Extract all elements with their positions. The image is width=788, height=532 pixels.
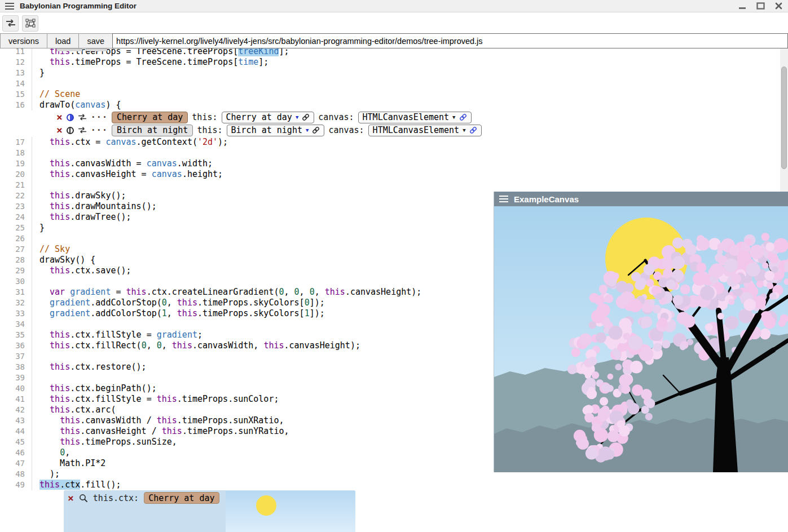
more-options-icon[interactable]: ···: [91, 125, 108, 135]
code-line[interactable]: 13}: [0, 68, 780, 78]
more-options-icon[interactable]: ···: [91, 112, 108, 122]
chevron-down-icon: ▼: [306, 128, 309, 133]
example-canvas-titlebar[interactable]: ExampleCanvas: [494, 192, 788, 206]
swap-arrows-icon[interactable]: [78, 127, 87, 134]
window-titlebar: Babylonian Programming Editor: [0, 0, 788, 12]
canvas-value-dropdown[interactable]: HTMLCanvasElement ▼: [358, 112, 472, 123]
code-line[interactable]: 12 this.timeProps = TreeScene.timeProps[…: [0, 57, 780, 68]
toolbar: [0, 13, 788, 33]
line-number: 17: [0, 137, 25, 148]
probe-expression: this.ctx:: [93, 493, 139, 503]
maximize-button[interactable]: [756, 2, 765, 10]
probe-canvas-preview: [226, 491, 355, 532]
chevron-down-icon: ▼: [463, 128, 465, 133]
code-line[interactable]: 16drawTo(canvas) {: [0, 100, 780, 110]
line-number: 16: [0, 100, 25, 110]
example-canvas-title: ExampleCanvas: [514, 194, 579, 204]
canvas-value-text: HTMLCanvasElement: [363, 112, 450, 122]
example-toggle-icon[interactable]: [67, 114, 74, 121]
swap-arrows-icon[interactable]: [78, 114, 87, 121]
probe-value-badge[interactable]: Cherry at day: [144, 492, 219, 504]
code-text: this.canvasWidth = canvas.width;: [32, 158, 780, 169]
scrollbar-thumb[interactable]: [781, 66, 787, 169]
line-number: 42: [0, 405, 25, 415]
code-text: this.ctx.fill();: [32, 480, 780, 490]
versions-button[interactable]: versions: [0, 33, 47, 48]
line-number: 45: [0, 437, 25, 447]
this-value-dropdown[interactable]: Cherry at day ▼: [222, 112, 315, 123]
save-button[interactable]: save: [78, 33, 112, 48]
code-line[interactable]: 15// Scene: [0, 89, 780, 100]
link-icon[interactable]: [469, 126, 477, 134]
code-line[interactable]: 11 this.treeProps = TreeScene.treeProps[…: [0, 48, 780, 57]
this-value-text: Cherry at day: [226, 112, 292, 122]
line-number: 28: [0, 255, 25, 265]
chevron-down-icon: ▼: [452, 115, 455, 120]
code-line[interactable]: 20 this.canvasHeight = canvas.height;: [0, 169, 780, 180]
line-number: 33: [0, 308, 25, 319]
load-button[interactable]: load: [47, 33, 78, 48]
example-toggle-icon[interactable]: [67, 127, 74, 134]
line-number: 23: [0, 201, 25, 212]
link-icon[interactable]: [459, 113, 467, 121]
line-number: 38: [0, 362, 25, 373]
probe-sun: [256, 495, 276, 516]
example-row-birch-at-night: × ··· Birch at night this: Birch at nigh…: [56, 124, 780, 136]
line-number: 41: [0, 394, 25, 405]
example-canvas-window: ExampleCanvas: [494, 192, 788, 472]
menu-icon[interactable]: [499, 196, 508, 202]
line-number: 29: [0, 265, 25, 276]
swap-arrows-button[interactable]: [2, 15, 19, 32]
this-slot-label: this:: [197, 125, 222, 135]
select-transform-button[interactable]: [22, 15, 38, 32]
code-text: [32, 180, 780, 190]
code-line[interactable]: 18: [0, 148, 780, 158]
line-number: 39: [0, 373, 25, 383]
example-name-button[interactable]: Cherry at day: [112, 112, 188, 123]
code-line[interactable]: 21: [0, 180, 780, 190]
url-input[interactable]: [112, 33, 788, 48]
line-number: 36: [0, 340, 25, 351]
code-text: drawTo(canvas) {: [32, 100, 780, 110]
minimize-button[interactable]: [738, 3, 746, 10]
example-name-button[interactable]: Birch at night: [112, 125, 193, 136]
remove-example-icon[interactable]: ×: [56, 126, 63, 135]
menu-icon[interactable]: [5, 3, 14, 10]
code-text: this.canvasHeight = canvas.height;: [32, 169, 780, 180]
magnifier-icon[interactable]: [79, 494, 88, 503]
code-line[interactable]: 49this.ctx.fill();: [0, 480, 780, 490]
canvas-slot-label: canvas:: [328, 125, 364, 135]
line-number: 26: [0, 233, 25, 244]
line-number: 37: [0, 351, 25, 362]
line-number: 30: [0, 276, 25, 287]
line-number: 35: [0, 330, 25, 340]
clipped-widget-remnant: [86, 48, 107, 51]
close-button[interactable]: [775, 2, 782, 10]
code-line[interactable]: 14: [0, 78, 780, 89]
line-number: 27: [0, 244, 25, 255]
remove-example-icon[interactable]: ×: [56, 113, 63, 122]
line-number: 19: [0, 158, 25, 169]
code-line[interactable]: 19 this.canvasWidth = canvas.width;: [0, 158, 780, 169]
window-title: Babylonian Programming Editor: [20, 2, 137, 10]
code-lines-top: 11 this.treeProps = TreeScene.treeProps[…: [0, 48, 780, 110]
code-line[interactable]: 17 this.ctx = canvas.getContext('2d');: [0, 137, 780, 148]
canvas-slot-label: canvas:: [318, 112, 354, 122]
link-icon[interactable]: [312, 126, 320, 134]
this-value-dropdown[interactable]: Birch at night ▼: [227, 125, 325, 136]
line-number: 46: [0, 447, 25, 458]
link-icon[interactable]: [302, 113, 310, 121]
file-bar: versions load save: [0, 33, 788, 48]
line-number: 25: [0, 223, 25, 233]
line-number: 11: [0, 48, 25, 57]
examples-block: × ··· Cherry at day this: Cherry at day …: [0, 111, 780, 136]
line-number: 18: [0, 148, 25, 158]
code-text: [32, 78, 780, 89]
tree-scene-canvas: [494, 206, 788, 472]
line-number: 14: [0, 78, 25, 89]
line-number: 32: [0, 298, 25, 308]
remove-probe-icon[interactable]: ×: [68, 494, 74, 503]
line-number: 34: [0, 319, 25, 330]
line-number: 22: [0, 190, 25, 201]
canvas-value-dropdown[interactable]: HTMLCanvasElement ▼: [368, 125, 482, 136]
